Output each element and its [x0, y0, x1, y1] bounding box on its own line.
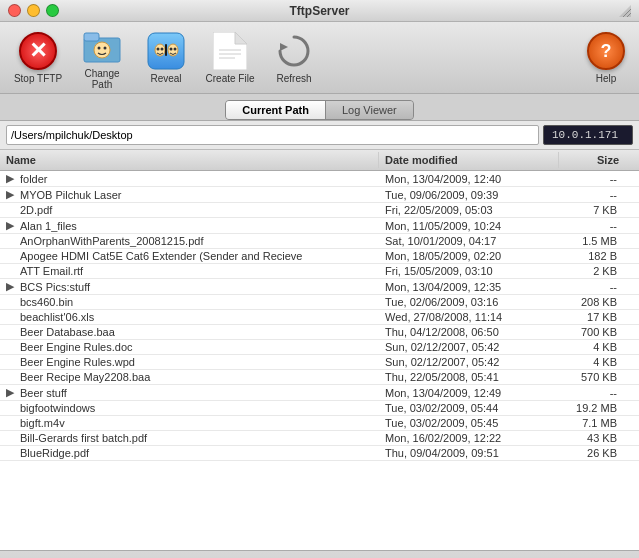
table-row[interactable]: ▶Alan 1_filesMon, 11/05/2009, 10:24-- — [0, 218, 639, 234]
status-bar: Server status: Running Working path perm… — [0, 550, 639, 558]
file-date-cell: Tue, 03/02/2009, 05:45 — [379, 416, 559, 430]
table-row[interactable]: Apogee HDMI Cat5E Cat6 Extender (Sender … — [0, 249, 639, 264]
help-button[interactable]: ? Help — [581, 29, 631, 86]
file-name-text: 2D.pdf — [20, 204, 52, 216]
file-date-cell: Thu, 09/04/2009, 09:51 — [379, 446, 559, 460]
table-row[interactable]: beachlist'06.xlsWed, 27/08/2008, 11:1417… — [0, 310, 639, 325]
file-size-cell: 4 KB — [559, 355, 639, 369]
col-date-header: Date modified — [379, 152, 559, 168]
file-size-cell: 17 KB — [559, 310, 639, 324]
file-name-text: bigfootwindows — [20, 402, 95, 414]
file-size-cell: 4 KB — [559, 340, 639, 354]
file-name-text: ATT Email.rtf — [20, 265, 83, 277]
titlebar: TftpServer — [0, 0, 639, 22]
file-name-cell: bcs460.bin — [0, 295, 379, 309]
file-name-cell: AnOrphanWithParents_20081215.pdf — [0, 234, 379, 248]
file-size-cell: -- — [559, 172, 639, 186]
window-title: TftpServer — [289, 4, 349, 18]
file-name-text: Apogee HDMI Cat5E Cat6 Extender (Sender … — [20, 250, 303, 262]
file-date-cell: Wed, 27/08/2008, 11:14 — [379, 310, 559, 324]
change-path-button[interactable]: Change Path — [72, 24, 132, 92]
table-row[interactable]: bcs460.binTue, 02/06/2009, 03:16208 KB — [0, 295, 639, 310]
file-name-cell: Bill-Gerards first batch.pdf — [0, 431, 379, 445]
table-row[interactable]: ▶Beer stuffMon, 13/04/2009, 12:49-- — [0, 385, 639, 401]
refresh-icon — [274, 31, 314, 71]
file-name-text: Beer Engine Rules.wpd — [20, 356, 135, 368]
createfile-label: Create File — [206, 73, 255, 84]
stop-circle-icon: ✕ — [19, 32, 57, 70]
reveal-button[interactable]: Reveal — [136, 29, 196, 86]
file-date-cell: Fri, 15/05/2009, 03:10 — [379, 264, 559, 278]
file-name-text: bigft.m4v — [20, 417, 65, 429]
svg-point-6 — [104, 46, 107, 49]
table-row[interactable]: Bill-Gerards first batch.pdfMon, 16/02/2… — [0, 431, 639, 446]
file-size-cell: 19.2 MB — [559, 401, 639, 415]
table-row[interactable]: Beer Engine Rules.docSun, 02/12/2007, 05… — [0, 340, 639, 355]
svg-point-10 — [157, 48, 160, 51]
table-row[interactable]: ATT Email.rtfFri, 15/05/2009, 03:102 KB — [0, 264, 639, 279]
file-name-text: beachlist'06.xls — [20, 311, 94, 323]
file-date-cell: Thu, 04/12/2008, 06:50 — [379, 325, 559, 339]
table-row[interactable]: Beer Engine Rules.wpdSun, 02/12/2007, 05… — [0, 355, 639, 370]
table-row[interactable]: 2D.pdfFri, 22/05/2009, 05:037 KB — [0, 203, 639, 218]
stop-tftp-button[interactable]: ✕ Stop TFTP — [8, 29, 68, 86]
file-name-text: Bill-Gerards first batch.pdf — [20, 432, 147, 444]
svg-marker-15 — [213, 32, 247, 70]
path-input[interactable] — [6, 125, 539, 145]
file-name-text: AnOrphanWithParents_20081215.pdf — [20, 235, 203, 247]
refresh-label: Refresh — [276, 73, 311, 84]
maximize-button[interactable] — [46, 4, 59, 17]
file-size-cell: -- — [559, 386, 639, 400]
file-date-cell: Mon, 13/04/2009, 12:40 — [379, 172, 559, 186]
tab-log-viewer[interactable]: Log Viewer — [326, 101, 413, 119]
file-name-text: Beer stuff — [20, 387, 67, 399]
col-size-header: Size — [559, 152, 639, 168]
file-size-cell: -- — [559, 219, 639, 233]
file-name-cell: ATT Email.rtf — [0, 264, 379, 278]
file-name-cell: ▶BCS Pics:stuff — [0, 279, 379, 294]
resize-icon — [619, 5, 631, 17]
create-file-icon — [210, 31, 250, 71]
table-row[interactable]: AnOrphanWithParents_20081215.pdfSat, 10/… — [0, 234, 639, 249]
table-row[interactable]: ▶MYOB Pilchuk LaserTue, 09/06/2009, 09:3… — [0, 187, 639, 203]
file-name-cell: bigfootwindows — [0, 401, 379, 415]
table-row[interactable]: Beer Database.baaThu, 04/12/2008, 06:507… — [0, 325, 639, 340]
table-row[interactable]: bigfootwindowsTue, 03/02/2009, 05:4419.2… — [0, 401, 639, 416]
toolbar-left: ✕ Stop TFTP Change Path — [8, 24, 324, 92]
svg-point-11 — [161, 48, 164, 51]
file-name-cell: ▶Beer stuff — [0, 385, 379, 400]
file-date-cell: Sat, 10/01/2009, 04:17 — [379, 234, 559, 248]
file-size-cell: -- — [559, 188, 639, 202]
table-row[interactable]: BlueRidge.pdfThu, 09/04/2009, 09:5126 KB — [0, 446, 639, 461]
table-row[interactable]: ▶BCS Pics:stuffMon, 13/04/2009, 12:35-- — [0, 279, 639, 295]
refresh-button[interactable]: Refresh — [264, 29, 324, 86]
tab-current-path[interactable]: Current Path — [226, 101, 326, 119]
reveal-label: Reveal — [150, 73, 181, 84]
svg-point-13 — [174, 48, 177, 51]
table-row[interactable]: Beer Recipe May2208.baaThu, 22/05/2008, … — [0, 370, 639, 385]
file-size-cell: 182 B — [559, 249, 639, 263]
close-button[interactable] — [8, 4, 21, 17]
table-row[interactable]: ▶folderMon, 13/04/2009, 12:40-- — [0, 171, 639, 187]
file-name-cell: BlueRidge.pdf — [0, 446, 379, 460]
path-bar: 10.0.1.171 — [0, 121, 639, 150]
file-table-container: Name Date modified Size ▶folderMon, 13/0… — [0, 150, 639, 550]
file-date-cell: Tue, 03/02/2009, 05:44 — [379, 401, 559, 415]
file-size-cell: 570 KB — [559, 370, 639, 384]
svg-rect-3 — [84, 33, 99, 41]
file-size-cell: 1.5 MB — [559, 234, 639, 248]
file-table-body[interactable]: ▶folderMon, 13/04/2009, 12:40--▶MYOB Pil… — [0, 171, 639, 550]
minimize-button[interactable] — [27, 4, 40, 17]
table-row[interactable]: bigft.m4vTue, 03/02/2009, 05:457.1 MB — [0, 416, 639, 431]
file-date-cell: Tue, 02/06/2009, 03:16 — [379, 295, 559, 309]
file-name-cell: bigft.m4v — [0, 416, 379, 430]
svg-point-12 — [170, 48, 173, 51]
file-name-cell: ▶Alan 1_files — [0, 218, 379, 233]
file-name-cell: Beer Engine Rules.wpd — [0, 355, 379, 369]
col-name-header: Name — [0, 152, 379, 168]
svg-rect-14 — [165, 44, 167, 56]
file-name-text: BCS Pics:stuff — [20, 281, 90, 293]
file-table-header: Name Date modified Size — [0, 150, 639, 171]
create-file-button[interactable]: Create File — [200, 29, 260, 86]
tab-group: Current Path Log Viewer — [225, 100, 413, 120]
